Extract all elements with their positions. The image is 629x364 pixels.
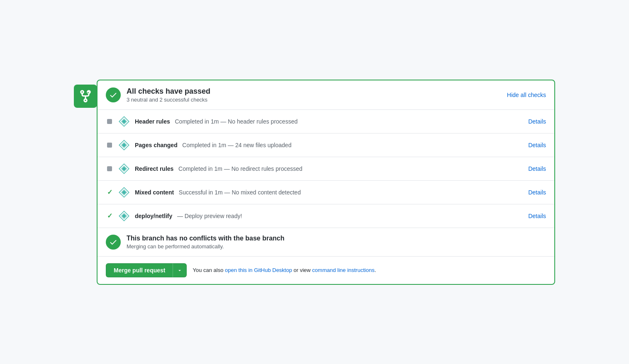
merge-dropdown-button[interactable] [173,263,187,277]
check-desc-mixed-content: Successful in 1m — No mixed content dete… [176,189,301,196]
card-header: All checks have passed 3 neutral and 2 s… [98,80,554,110]
check-row-text-mixed-content: Mixed content Successful in 1m — No mixe… [135,189,523,196]
hide-all-checks-button[interactable]: Hide all checks [507,92,546,98]
check-row-text-deploy-netlify: deploy/netlify — Deploy preview ready! [135,213,523,219]
check-name-pages-changed: Pages changed [135,142,178,148]
netlify-logo-icon-3 [118,163,130,175]
merge-desc-suffix: . [375,267,376,273]
merge-pull-request-button[interactable]: Merge pull request [106,263,173,277]
merge-description: You can also open this in GitHub Desktop… [193,267,546,273]
header-title: All checks have passed [127,87,501,96]
check-name-deploy-netlify: deploy/netlify [135,213,172,219]
check-row-header-rules: Header rules Completed in 1m — No header… [98,110,554,133]
checks-list: Header rules Completed in 1m — No header… [98,110,554,228]
merge-desc-prefix: You can also [193,267,225,273]
check-row-text-header-rules: Header rules Completed in 1m — No header… [135,118,523,125]
chevron-down-icon [177,268,182,273]
check-desc-deploy-netlify: — Deploy preview ready! [174,213,242,219]
check-row-deploy-netlify: ✓ deploy/netlify — Deploy preview ready!… [98,204,554,228]
check-row-pages-changed: Pages changed Completed in 1m — 24 new f… [98,133,554,157]
check-name-redirect-rules: Redirect rules [135,165,173,172]
check-name-mixed-content: Mixed content [135,189,174,196]
status-icon-success-2: ✓ [106,212,113,220]
header-text: All checks have passed 3 neutral and 2 s… [127,87,501,103]
status-icon-neutral [106,118,113,125]
check-row-mixed-content: ✓ Mixed content Successful in 1m — No mi… [98,181,554,204]
branch-section: This branch has no conflicts with the ba… [98,228,554,257]
netlify-logo-icon-4 [118,187,130,198]
details-link-header-rules[interactable]: Details [528,118,546,125]
check-row-text-pages-changed: Pages changed Completed in 1m — 24 new f… [135,142,523,148]
merge-desc-middle: or view [292,267,312,273]
status-icon-neutral-2 [106,141,113,149]
check-name-header-rules: Header rules [135,118,170,125]
merge-button-group: Merge pull request [106,263,187,277]
branch-text: This branch has no conflicts with the ba… [127,235,546,250]
netlify-logo-icon-5 [118,210,130,222]
checks-card: All checks have passed 3 neutral and 2 s… [97,80,555,285]
check-desc-redirect-rules: Completed in 1m — No redirect rules proc… [175,165,302,172]
details-link-mixed-content[interactable]: Details [528,189,546,196]
branch-title: This branch has no conflicts with the ba… [127,235,546,242]
netlify-logo-icon-2 [118,139,130,151]
check-row-text-redirect-rules: Redirect rules Completed in 1m — No redi… [135,165,523,172]
check-desc-header-rules: Completed in 1m — No header rules proces… [172,118,297,125]
git-merge-icon [74,85,97,108]
command-line-instructions-link[interactable]: command line instructions [312,267,374,273]
details-link-redirect-rules[interactable]: Details [528,165,546,172]
header-success-icon [106,87,121,102]
check-row-redirect-rules: Redirect rules Completed in 1m — No redi… [98,157,554,181]
details-link-pages-changed[interactable]: Details [528,142,546,148]
check-desc-pages-changed: Completed in 1m — 24 new files uploaded [179,142,292,148]
status-icon-neutral-3 [106,165,113,172]
branch-subtitle: Merging can be performed automatically. [127,243,546,250]
netlify-logo-icon [118,116,130,127]
header-subtitle: 3 neutral and 2 successful checks [127,97,501,103]
details-link-deploy-netlify[interactable]: Details [528,213,546,219]
open-github-desktop-link[interactable]: open this in GitHub Desktop [225,267,292,273]
merge-section: Merge pull request You can also open thi… [98,257,554,284]
status-icon-success-1: ✓ [106,189,113,196]
branch-success-icon [106,235,121,250]
